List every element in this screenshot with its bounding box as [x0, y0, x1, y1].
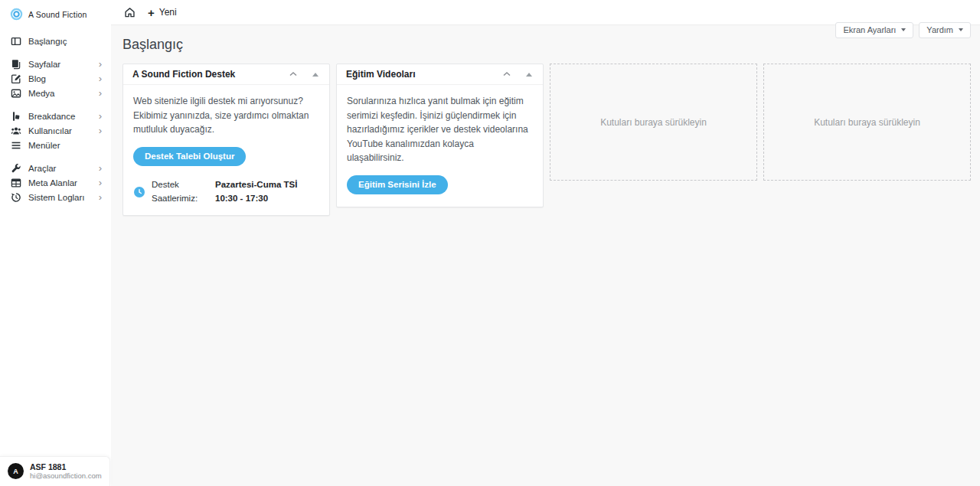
dropzone-placeholder: Kutuları buraya sürükleyin	[814, 117, 920, 128]
widget-videos-header[interactable]: Eğitim Videoları	[337, 64, 543, 85]
sidebar-item-label: Kullanıcılar	[28, 126, 72, 136]
user-profile-card[interactable]: A ASF 1881 hi@asoundfiction.com	[0, 456, 110, 486]
sidebar-item-label: Breakdance	[28, 111, 75, 122]
chevron-right-icon: ›	[99, 179, 102, 187]
dropzone-placeholder: Kutuları buraya sürükleyin	[600, 117, 707, 128]
new-label: Yeni	[159, 7, 177, 18]
user-name: ASF 1881	[30, 462, 102, 471]
chevron-right-icon: ›	[99, 60, 102, 68]
sidebar-item-label: Sistem Logları	[28, 192, 85, 203]
home-icon[interactable]	[124, 7, 136, 18]
sidebar-item-label: Blog	[28, 73, 46, 84]
chevron-right-icon: ›	[99, 194, 102, 201]
sidebar-item-breakdance[interactable]: Breakdance ›	[0, 109, 111, 123]
sidebar-item-label: Menüler	[28, 140, 60, 151]
sidebar-item-label: Sayfalar	[28, 59, 60, 70]
widget-dropzone-2[interactable]: Kutuları buraya sürükleyin	[763, 64, 971, 181]
sidebar-nav: Başlangıç Sayfalar › Blog ›	[0, 34, 111, 204]
watch-training-series-button[interactable]: Eğitim Serisini İzle	[347, 175, 448, 194]
support-hours-label: Destek Saatlerimiz:	[152, 178, 209, 206]
caret-down-icon	[959, 28, 963, 31]
screen-links: Ekran Ayarları Yardım	[835, 22, 971, 38]
users-icon	[11, 126, 21, 136]
chevron-right-icon: ›	[99, 90, 102, 97]
videos-text: Sorularınıza hızlıca yanıt bulmak için e…	[347, 94, 533, 165]
screen-options-button[interactable]: Ekran Ayarları	[835, 22, 913, 38]
sidebar-item-medya[interactable]: Medya ›	[0, 86, 111, 100]
clock-icon	[133, 186, 145, 198]
wrench-icon	[11, 163, 21, 174]
support-hours-value: Pazartesi-Cuma TSİ 10:30 - 17:30	[215, 178, 319, 206]
plus-icon: +	[148, 7, 155, 18]
breakdance-icon	[11, 111, 21, 122]
sidebar-item-label: Araçlar	[28, 163, 56, 174]
dashboard-columns: A Sound Fiction Destek Web sitenizle ilg…	[122, 64, 971, 216]
widget-videos: Eğitim Videoları Sorularınıza hızlıca ya…	[336, 64, 544, 207]
screen-options-label: Ekran Ayarları	[843, 25, 896, 34]
sidebar-item-blog[interactable]: Blog ›	[0, 71, 111, 86]
caret-down-icon	[901, 28, 906, 31]
edit-icon	[11, 73, 21, 84]
widget-videos-body: Sorularınıza hızlıca yanıt bulmak için e…	[337, 85, 543, 207]
collapse-icon[interactable]	[502, 70, 511, 79]
media-icon	[11, 88, 21, 99]
user-email: hi@asoundfiction.com	[30, 471, 102, 480]
widget-title: Eğitim Videoları	[346, 69, 502, 80]
sidebar-item-label: Başlangıç	[28, 36, 67, 47]
sidebar-item-meta-alanlar[interactable]: Meta Alanlar ›	[0, 175, 111, 190]
widget-support-body: Web sitenizle ilgili destek mi arıyorsun…	[123, 85, 329, 215]
sidebar-item-menuler[interactable]: Menüler	[0, 138, 111, 152]
page-title: Başlangıç	[122, 37, 971, 53]
sidebar-item-sayfalar[interactable]: Sayfalar ›	[0, 57, 111, 71]
chevron-right-icon: ›	[99, 113, 102, 120]
help-label: Yardım	[926, 25, 953, 34]
widget-support: A Sound Fiction Destek Web sitenizle ilg…	[122, 64, 330, 216]
move-up-icon[interactable]	[526, 73, 532, 77]
chevron-right-icon: ›	[99, 165, 102, 172]
sidebar-item-label: Medya	[28, 88, 55, 99]
sidebar-item-araclar[interactable]: Araçlar ›	[0, 161, 111, 175]
sidebar: A Sound Fiction Başlangıç Sayfalar ›	[0, 0, 111, 486]
table-icon	[11, 178, 21, 188]
site-name: A Sound Fiction	[28, 10, 87, 19]
collapse-icon[interactable]	[289, 70, 298, 79]
widget-title: A Sound Fiction Destek	[132, 69, 289, 80]
history-icon	[11, 192, 21, 203]
sidebar-item-sistem-loglari[interactable]: Sistem Logları ›	[0, 190, 111, 204]
chevron-right-icon: ›	[99, 75, 102, 83]
widget-support-header[interactable]: A Sound Fiction Destek	[123, 64, 329, 85]
menu-icon	[11, 140, 21, 151]
sidebar-item-kullanicilar[interactable]: Kullanıcılar ›	[0, 123, 111, 138]
sidebar-item-label: Meta Alanlar	[28, 178, 77, 188]
create-support-request-button[interactable]: Destek Talebi Oluştur	[133, 147, 246, 166]
logo-icon	[10, 8, 23, 21]
sidebar-item-baslangic[interactable]: Başlangıç	[0, 34, 111, 48]
support-text: Web sitenizle ilgili destek mi arıyorsun…	[133, 94, 319, 137]
pages-icon	[11, 59, 21, 70]
new-content-button[interactable]: + Yeni	[148, 7, 177, 18]
site-logo[interactable]: A Sound Fiction	[0, 0, 111, 21]
avatar: A	[8, 463, 24, 479]
support-hours-row: Destek Saatlerimiz: Pazartesi-Cuma TSİ 1…	[133, 178, 319, 206]
main-content: Ekran Ayarları Yardım Başlangıç A Sound …	[111, 25, 980, 486]
chevron-right-icon: ›	[99, 127, 102, 135]
help-button[interactable]: Yardım	[919, 22, 971, 38]
widget-dropzone-1[interactable]: Kutuları buraya sürükleyin	[550, 64, 757, 181]
dashboard-icon	[11, 36, 21, 47]
move-up-icon[interactable]	[312, 73, 318, 77]
